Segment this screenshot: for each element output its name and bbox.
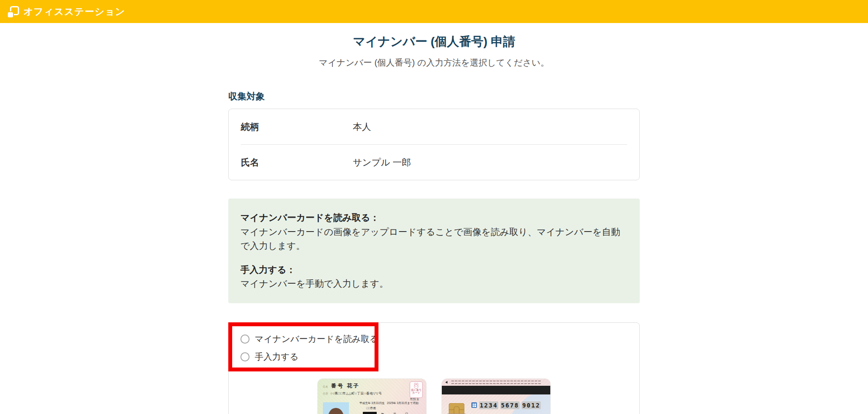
manual-input-description-title: 手入力する： — [240, 263, 628, 277]
number-group-2: 5678 — [500, 401, 519, 409]
radio-read-card-label: マイナンバーカードを読み取る — [255, 333, 378, 345]
radio-option-read-card[interactable]: マイナンバーカードを読み取る — [240, 335, 639, 344]
card-back-sample-watermark: みほん — [467, 409, 513, 414]
table-row-name: 氏名 サンプル 一郎 — [229, 145, 639, 180]
card-front-name-row: 氏名 番号 花子 — [323, 382, 360, 390]
card-back-notice-microtext — [451, 381, 541, 386]
radio-option-manual-input[interactable]: 手入力する — [240, 352, 639, 361]
ic-chip-icon — [449, 403, 464, 414]
mynumber-rabbit-badge-icon: 個人番号カード — [410, 381, 423, 398]
input-method-radio-group: マイナンバーカードを読み取る 手入力する — [229, 323, 639, 361]
brand-logo[interactable]: オフィスステーション — [8, 5, 125, 18]
relationship-value: 本人 — [353, 121, 371, 133]
card-front-expiry-sticker — [363, 412, 377, 414]
card-back-number-row: 1234 5678 9012 — [471, 401, 541, 409]
name-label: 氏名 — [241, 156, 353, 169]
card-front-valid-until: 2025年 3月31日まで有効 — [387, 401, 419, 404]
method-description-box: マイナンバーカードを読み取る： マイナンバーカードの画像をアップロードすることで… — [228, 199, 640, 303]
card-front-sex: 性別 女 — [410, 397, 419, 401]
relationship-label: 続柄 — [241, 121, 353, 133]
mynumber-card-back-image: 1234 5678 9012 氏名 番号 花子 平成元年 3月31日生 — [442, 379, 550, 414]
read-card-description-text: マイナンバーカードの画像をアップロードすることで画像を読み取り、マイナンバーを自… — [240, 225, 628, 253]
card-front-birthdate: 平成元年 3月31日生 — [359, 401, 385, 404]
card-back-arrow-marker — [445, 381, 447, 384]
number-group-1: 1234 — [479, 401, 498, 409]
brand-name: オフィスステーション — [23, 5, 125, 18]
collection-target-panel: 続柄 本人 氏名 サンプル 一郎 — [228, 109, 640, 180]
read-card-description-title: マイナンバーカードを読み取る： — [240, 211, 628, 225]
manual-input-description-text: マイナンバーを手動で入力します。 — [240, 277, 628, 291]
card-back-magnetic-stripe — [442, 386, 550, 394]
card-front-address-row: 住所 ○○県□□市△△町○丁目○番地▽▽号 — [323, 391, 382, 396]
mynumber-card-front-image: 氏名 番号 花子 個人番号カード 住所 ○○県□□市△△町○丁目○番地▽▽ — [318, 379, 426, 414]
main-content: マイナンバー (個人番号) 申請 マイナンバー (個人番号) の入力方法を選択し… — [228, 33, 640, 414]
my-number-icon — [471, 402, 477, 408]
page-subtitle: マイナンバー (個人番号) の入力方法を選択してください。 — [228, 57, 640, 69]
sample-card-images: 氏名 番号 花子 個人番号カード 住所 ○○県□□市△△町○丁目○番地▽▽ — [229, 379, 639, 414]
card-front-name-label: 氏名 — [323, 385, 328, 389]
radio-manual-input-icon[interactable] — [240, 352, 250, 361]
method-selection-panel: マイナンバーカードを読み取る 手入力する 氏名 番号 花子 — [228, 322, 640, 414]
name-value: サンプル 一郎 — [353, 156, 411, 169]
radio-manual-input-label: 手入力する — [255, 351, 299, 363]
page-title: マイナンバー (個人番号) 申請 — [228, 33, 640, 50]
card-front-date-columns: 年 月 日 — [381, 412, 412, 414]
table-row-relationship: 続柄 本人 — [229, 109, 639, 144]
card-front-issuer: □□市長 — [366, 406, 376, 411]
app-header: オフィスステーション — [0, 0, 868, 23]
card-front-portrait-photo — [323, 402, 349, 414]
card-front-address-label: 住所 — [323, 392, 328, 396]
card-front-badge-text: 個人番号カード — [411, 389, 422, 394]
collection-target-heading: 収集対象 — [228, 90, 640, 103]
officestation-logo-icon — [8, 6, 19, 17]
card-front-name: 番号 花子 — [331, 382, 360, 390]
card-front-dates: 平成元年 3月31日生 2025年 3月31日まで有効 — [359, 401, 419, 405]
number-group-3: 9012 — [522, 401, 541, 409]
radio-read-card-icon[interactable] — [240, 335, 250, 344]
card-front-address: ○○県□□市△△町○丁目○番地▽▽号 — [330, 391, 382, 396]
